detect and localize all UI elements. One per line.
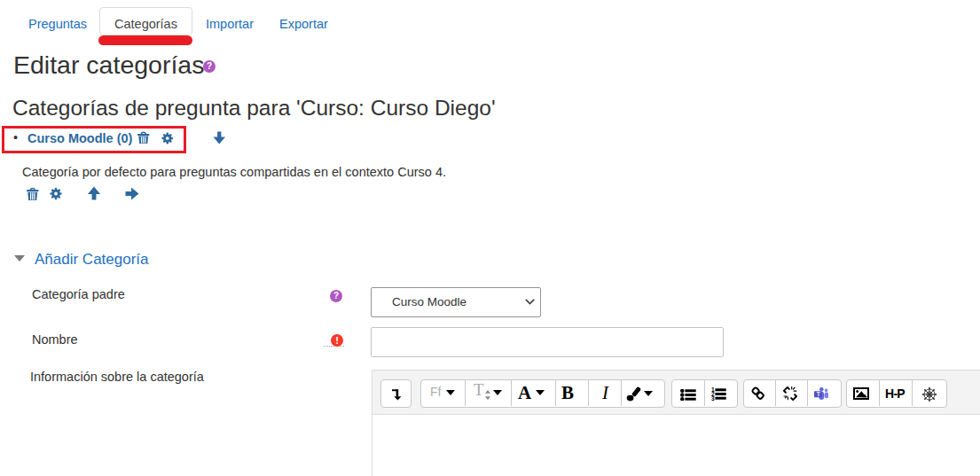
svg-text:T: T: [816, 390, 820, 398]
svg-text:3: 3: [711, 395, 715, 401]
